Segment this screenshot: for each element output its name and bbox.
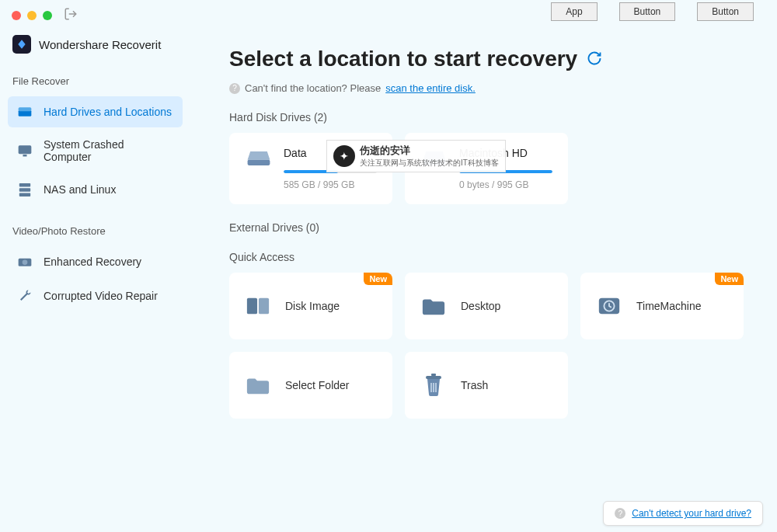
sidebar-item-enhanced-recovery[interactable]: Enhanced Recovery: [8, 246, 183, 277]
page-title-text: Select a location to start recovery: [229, 47, 577, 71]
drive-size: 585 GB / 995 GB: [284, 179, 377, 190]
main-content: Select a location to start recovery ? Ca…: [190, 31, 777, 532]
svg-rect-4: [19, 183, 30, 187]
top-button-app[interactable]: App: [551, 2, 597, 21]
drive-size: 0 bytes / 995 GB: [459, 179, 552, 190]
quick-label: Desktop: [461, 300, 500, 312]
quick-card-select-folder[interactable]: Select Folder: [229, 352, 392, 419]
watermark-sub: 关注互联网与系统软件技术的IT科技博客: [360, 158, 499, 169]
sidebar-item-hard-drives[interactable]: Hard Drives and Locations: [8, 96, 183, 127]
app-logo-icon: [12, 35, 31, 54]
sidebar-item-label: Hard Drives and Locations: [44, 106, 172, 118]
refresh-icon[interactable]: [587, 47, 602, 71]
sidebar-item-label: NAS and Linux: [44, 183, 116, 196]
camera-icon: [17, 254, 33, 269]
scan-entire-disk-link[interactable]: scan the entire disk.: [385, 82, 476, 94]
app-name: Wondershare Recoverit: [39, 38, 161, 51]
quick-label: TimeMachine: [636, 300, 702, 312]
footer-help-bubble[interactable]: ? Can't detect your hard drive?: [603, 501, 763, 526]
external-drives-section-title: External Drives (0): [229, 221, 746, 234]
quick-access-grid: New Disk Image Desktop New TimeMachine: [229, 273, 746, 419]
footer-help-link[interactable]: Can't detect your hard drive?: [632, 508, 751, 519]
page-title: Select a location to start recovery: [229, 47, 602, 71]
top-button-group: App Button Button: [551, 2, 754, 21]
svg-rect-12: [259, 298, 269, 315]
quick-label: Select Folder: [285, 379, 349, 391]
hard-disk-section-title: Hard Disk Drives (2): [229, 111, 746, 123]
svg-point-8: [23, 260, 28, 266]
timemachine-icon: [596, 293, 622, 319]
sidebar-item-corrupted-video-repair[interactable]: Corrupted Video Repair: [8, 280, 183, 311]
hdd-icon: [245, 147, 273, 169]
help-icon: ?: [229, 83, 240, 94]
quick-card-timemachine[interactable]: New TimeMachine: [580, 273, 744, 339]
new-badge: New: [715, 273, 744, 285]
sidebar-section-video-photo: Video/Photo Restore: [8, 219, 183, 243]
sidebar-item-crashed-computer[interactable]: System Crashed Computer: [8, 130, 183, 171]
svg-rect-5: [19, 188, 30, 192]
watermark-title: 伤逝的安详: [360, 144, 499, 158]
sidebar-item-label: Corrupted Video Repair: [44, 290, 158, 302]
wrench-icon: [17, 288, 33, 304]
svg-rect-3: [23, 155, 27, 157]
svg-rect-2: [19, 145, 32, 154]
trash-icon: [420, 372, 447, 398]
drive-icon: [17, 104, 33, 120]
quick-card-desktop[interactable]: Desktop: [405, 273, 568, 339]
disk-image-icon: [245, 293, 271, 319]
monitor-icon: [17, 143, 33, 158]
quick-card-disk-image[interactable]: New Disk Image: [229, 273, 392, 339]
quick-access-section-title: Quick Access: [229, 251, 746, 263]
folder-icon: [245, 372, 271, 398]
brand: Wondershare Recoverit: [8, 35, 183, 69]
traffic-lights: [12, 11, 52, 20]
maximize-window-button[interactable]: [43, 11, 52, 20]
watermark-logo-icon: ✦: [333, 145, 355, 167]
svg-rect-11: [247, 298, 257, 315]
watermark-overlay: ✦ 伤逝的安详 关注互联网与系统软件技术的IT科技博客: [326, 140, 506, 172]
top-button-2[interactable]: Button: [697, 2, 754, 21]
close-window-button[interactable]: [12, 11, 21, 20]
quick-card-trash[interactable]: Trash: [405, 352, 568, 419]
server-icon: [17, 182, 33, 197]
subtitle-text: Can't find the location? Please: [245, 82, 381, 94]
top-button-1[interactable]: Button: [619, 2, 676, 21]
sidebar-item-nas-linux[interactable]: NAS and Linux: [8, 174, 183, 205]
svg-rect-16: [431, 374, 436, 376]
sidebar: Wondershare Recoverit File Recover Hard …: [0, 31, 190, 532]
quick-label: Disk Image: [285, 300, 340, 312]
sidebar-item-label: System Crashed Computer: [44, 138, 173, 163]
folder-icon: [420, 293, 447, 319]
exit-icon[interactable]: [64, 7, 78, 24]
sidebar-item-label: Enhanced Recovery: [44, 256, 141, 268]
subtitle-row: ? Can't find the location? Please scan t…: [229, 82, 746, 94]
svg-rect-9: [248, 160, 270, 165]
new-badge: New: [364, 273, 392, 285]
help-icon: ?: [615, 508, 625, 519]
svg-rect-15: [426, 376, 441, 379]
quick-label: Trash: [461, 379, 488, 391]
sidebar-section-file-recover: File Recover: [8, 69, 183, 93]
svg-rect-6: [19, 193, 30, 197]
svg-rect-1: [19, 107, 32, 111]
minimize-window-button[interactable]: [27, 11, 37, 20]
